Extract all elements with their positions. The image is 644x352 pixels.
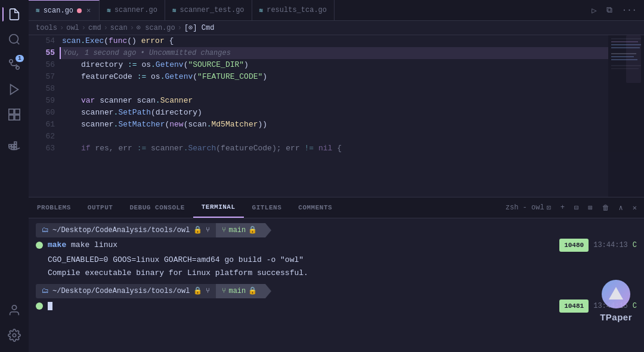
svg-rect-7 (9, 115, 14, 120)
breadcrumb-scango[interactable]: ⊙ scan.go (137, 23, 175, 32)
svg-point-0 (10, 35, 18, 44)
panel-maximize-button[interactable]: ∧ (617, 202, 626, 214)
branch-icon: ⑂ (222, 224, 226, 236)
code-line-57: featureCode := os.Getenv("FEATURE_CODE") (60, 71, 608, 83)
svg-rect-6 (15, 109, 20, 114)
terminal-layout-button[interactable]: ⊞ (586, 202, 595, 214)
code-line-56: directory := os.Getenv("SOURCE_DIR") (60, 59, 608, 71)
svg-rect-26 (626, 35, 641, 83)
terminal-trash-button[interactable]: 🗑 (600, 202, 612, 214)
breadcrumb-sep-2: › (82, 24, 86, 32)
exit-code-2: 10481 (559, 299, 589, 313)
output-line-2: Compile executable binary for Linux plat… (48, 267, 637, 279)
tab-results-tca-go[interactable]: ≋ results_tca.go (252, 0, 335, 20)
files-icon[interactable] (2, 2, 26, 26)
panel-close-button[interactable]: ✕ (630, 202, 639, 214)
term-success-2 (36, 302, 43, 310)
tab-label-scan-go: scan.go (44, 7, 73, 15)
prompt-branch-1: ⑂ main 🔒 (216, 223, 265, 237)
breadcrumb-sep-5: › (178, 24, 182, 32)
svg-point-16 (13, 334, 16, 337)
svg-rect-11 (14, 144, 17, 147)
breadcrumb-scan[interactable]: scan (110, 24, 128, 32)
prompt-lock-icon-2: 🔒 (193, 285, 202, 297)
breadcrumb-owl[interactable]: owl (66, 24, 79, 32)
panel-tab-problems[interactable]: PROBLEMS (29, 197, 79, 218)
tab-bar: ≋ scan.go ✕ ≋ scanner.go ≋ scanner_test.… (29, 0, 644, 21)
code-line-62 (60, 131, 608, 143)
breadcrumb: tools › owl › cmd › scan › ⊙ scan.go › [… (29, 21, 644, 35)
run-icon[interactable] (2, 78, 26, 101)
branch-lock-2: 🔒 (248, 285, 257, 297)
run-button[interactable]: ▷ (589, 4, 599, 17)
breadcrumb-sep-4: › (130, 24, 134, 32)
prompt-git-icon: ⑂ (206, 224, 210, 236)
session-time-1: 13:44:13 (593, 239, 628, 251)
svg-point-15 (12, 305, 16, 310)
prompt-lock-icon: 🔒 (193, 224, 202, 236)
breadcrumb-cmd[interactable]: cmd (88, 24, 101, 32)
activity-bar: 1 (0, 0, 29, 352)
tab-close-scan-go[interactable]: ✕ (85, 5, 92, 16)
term-cmd-1: make make linux (48, 239, 117, 251)
docker-icon[interactable] (2, 135, 26, 159)
code-line-61: scanner.SetMatcher(new(scan.Md5Matcher)) (60, 119, 608, 131)
settings-icon[interactable] (2, 323, 26, 347)
tab-scanner-go[interactable]: ≋ scanner.go (100, 0, 165, 20)
watermark-text: TPaper (600, 312, 632, 322)
terminal-new-button[interactable]: zsh - owl ⊡ (503, 202, 553, 214)
editor-area: 54 55 56 57 58 59 60 61 62 63 scan.Exec(… (29, 35, 644, 352)
code-line-54: scan.Exec(func() error { (60, 35, 608, 47)
tab-icon-scanner-go: ≋ (107, 7, 111, 14)
terminal-add-button[interactable]: + (558, 202, 567, 213)
prompt-path-text-2: ~/Desktop/CodeAnalysis/tools/owl (52, 285, 190, 297)
breadcrumb-sep-1: › (60, 24, 64, 32)
branch-name-2: main (228, 285, 246, 297)
breadcrumb-tools[interactable]: tools (36, 24, 57, 32)
tab-scanner-test-go[interactable]: ≋ scanner_test.go (165, 0, 252, 20)
tab-icon-results-tca-go: ≋ (259, 7, 264, 14)
prompt-path-1: 🗂 ~/Desktop/CodeAnalysis/tools/owl 🔒 ⑂ (36, 223, 216, 237)
minimap (608, 35, 644, 197)
terminal-split-button[interactable]: ⊟ (572, 202, 581, 214)
panel-tab-gitlens[interactable]: GITLENS (244, 197, 290, 218)
panel-tab-actions: zsh - owl ⊡ + ⊟ ⊞ 🗑 ∧ ✕ (499, 197, 644, 218)
tab-icon-scanner-test-go: ≋ (172, 7, 177, 14)
source-control-icon[interactable]: 1 (2, 53, 26, 76)
main-content: ≋ scan.go ✕ ≋ scanner.go ≋ scanner_test.… (29, 0, 644, 352)
prompt-path-text-1: ~/Desktop/CodeAnalysis/tools/owl (52, 224, 190, 236)
panel-tab-comments[interactable]: COMMENTS (290, 197, 340, 218)
svg-line-1 (17, 42, 19, 44)
prompt-end-1 (265, 223, 271, 237)
prompt-end-2 (265, 284, 271, 298)
search-icon[interactable] (2, 27, 26, 51)
branch-name-1: main (228, 224, 246, 236)
terminal-prompt-1: 🗂 ~/Desktop/CodeAnalysis/tools/owl 🔒 ⑂ ⑂… (36, 223, 637, 237)
svg-rect-10 (11, 144, 14, 147)
activity-bar-bottom (2, 298, 26, 352)
source-control-badge: 1 (16, 55, 24, 62)
panel-tab-terminal[interactable]: TERMINAL (193, 197, 244, 218)
watermark-logo (602, 280, 630, 308)
extensions-icon[interactable] (2, 103, 26, 126)
split-editor-button[interactable]: ⧉ (604, 4, 615, 16)
svg-point-3 (10, 60, 13, 63)
prompt-file-icon: 🗂 (42, 224, 49, 236)
account-icon[interactable] (2, 298, 26, 322)
panel-tab-output[interactable]: OUTPUT (79, 197, 122, 218)
code-line-58 (60, 83, 608, 95)
line-numbers: 54 55 56 57 58 59 60 61 62 63 (29, 35, 60, 197)
branch-lock: 🔒 (248, 224, 257, 236)
svg-marker-4 (11, 85, 18, 95)
tab-modified-indicator (77, 8, 82, 13)
code-line-59: var scanner scan.Scanner (60, 95, 608, 107)
tab-scan-go[interactable]: ≋ scan.go ✕ (29, 0, 100, 20)
breadcrumb-cmd-func[interactable]: [⊙] Cmd (184, 23, 214, 32)
tab-label-scanner-go: scanner.go (114, 6, 157, 14)
watermark: TPaper (600, 280, 632, 322)
more-actions-button[interactable]: ··· (620, 4, 639, 16)
terminal-prompt-2: 🗂 ~/Desktop/CodeAnalysis/tools/owl 🔒 ⑂ ⑂… (36, 284, 637, 298)
panel-tab-debug-console[interactable]: DEBUG CONSOLE (121, 197, 193, 218)
svg-marker-27 (609, 287, 623, 299)
svg-rect-14 (14, 142, 17, 144)
